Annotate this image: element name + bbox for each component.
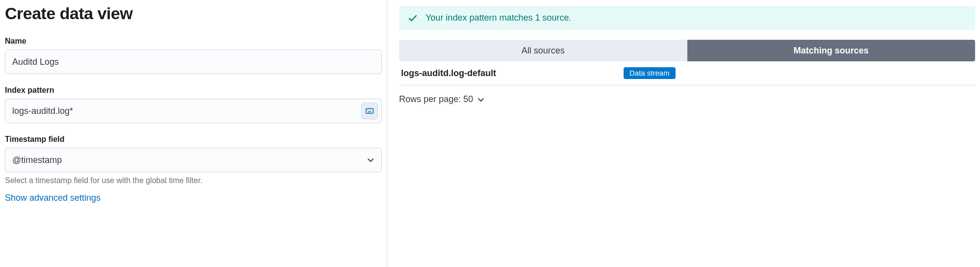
index-pattern-label: Index pattern [5,86,382,95]
index-pattern-input[interactable] [5,99,382,123]
data-stream-badge: Data stream [624,67,676,79]
timestamp-value: @timestamp [12,155,62,165]
chevron-down-icon [367,156,375,164]
form-panel: Create data view Name Index pattern Time… [0,0,387,267]
source-row: logs-auditd.log-default Data stream [399,61,975,85]
chevron-down-icon [477,96,485,104]
check-icon [408,13,418,23]
rows-per-page-label: Rows per page: 50 [399,94,473,105]
rows-per-page-select[interactable]: Rows per page: 50 [399,94,485,105]
svg-rect-0 [366,108,374,113]
name-input[interactable] [5,50,382,74]
callout-message: Your index pattern matches 1 source. [426,13,572,23]
timestamp-help: Select a timestamp field for use with th… [5,176,382,185]
name-label: Name [5,37,382,46]
match-callout: Your index pattern matches 1 source. [399,6,975,30]
tab-matching-sources[interactable]: Matching sources [687,40,976,61]
source-name: logs-auditd.log-default [401,68,496,79]
tab-all-sources[interactable]: All sources [399,40,687,61]
keyboard-icon [365,107,374,115]
page-title: Create data view [5,4,382,23]
index-pattern-field-group: Index pattern [5,86,382,123]
name-field-group: Name [5,37,382,74]
index-pattern-help-button[interactable] [361,103,378,119]
timestamp-select[interactable]: @timestamp [5,148,382,172]
sources-panel: Your index pattern matches 1 source. All… [387,0,980,267]
timestamp-label: Timestamp field [5,135,382,144]
timestamp-field-group: Timestamp field @timestamp Select a time… [5,135,382,185]
source-tabs: All sources Matching sources [399,40,975,61]
show-advanced-link[interactable]: Show advanced settings [5,193,101,203]
